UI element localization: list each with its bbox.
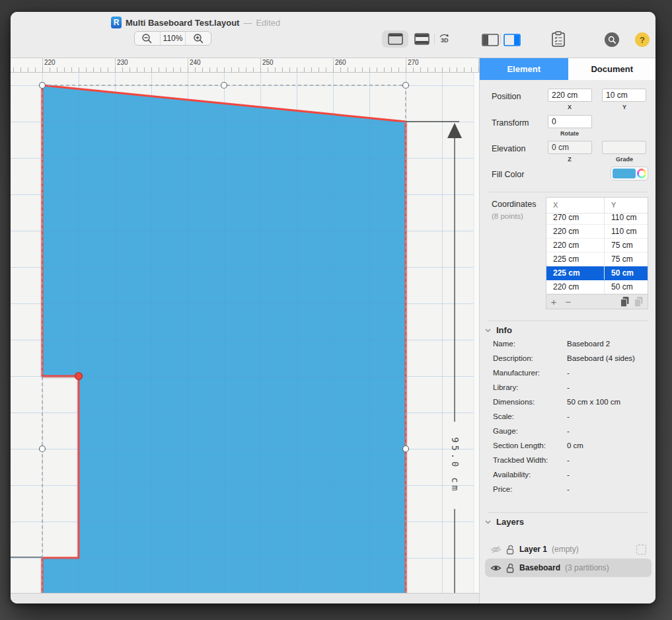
info-row: Name:Baseboard 2 — [493, 340, 645, 348]
canvas-scrollbar[interactable] — [474, 73, 479, 593]
horizontal-scrollbar-track[interactable] — [11, 593, 479, 603]
layers-section-header[interactable]: Layers — [485, 517, 524, 527]
fill-color-well[interactable] — [611, 167, 648, 180]
info-section-header[interactable]: Info — [485, 325, 512, 335]
layer-row-layer1[interactable]: Layer 1 (empty) — [485, 540, 652, 559]
handle-top-left[interactable] — [40, 83, 46, 89]
coordinate-row[interactable]: 220 cm75 cm — [546, 239, 648, 252]
magnifier-minus-icon — [141, 33, 153, 44]
coordinates-count: (8 points) — [492, 212, 523, 220]
magnifier-plus-icon — [193, 33, 204, 44]
coordinate-cell[interactable]: 110 cm — [605, 213, 636, 224]
layer-frame-icon[interactable] — [636, 545, 646, 555]
chevron-down-icon — [485, 329, 491, 332]
layer-note: (3 partitions) — [565, 563, 609, 572]
grade-field[interactable] — [602, 141, 646, 154]
position-label: Position — [492, 92, 521, 101]
coordinate-cell[interactable]: 110 cm — [605, 225, 636, 238]
layout-canvas[interactable]: 220230240250260270 — [11, 58, 479, 603]
layout-single-view-button[interactable] — [387, 33, 403, 45]
three-d-icon: 3D — [437, 32, 451, 46]
coordinate-row[interactable]: 270 cm110 cm — [546, 213, 648, 225]
coordinate-cell[interactable]: 225 cm — [546, 266, 605, 280]
canvas-grid — [11, 73, 479, 593]
layout-split-view-button[interactable] — [414, 33, 429, 45]
question-mark-icon: ? — [635, 32, 650, 47]
coordinates-table: X Y 270 cm110 cm220 cm110 cm220 cm75 cm2… — [546, 197, 648, 309]
ruler-tick-label: 220 — [44, 59, 56, 66]
coordinate-row[interactable]: 220 cm110 cm — [546, 225, 648, 239]
coordinate-cell[interactable]: 220 cm — [546, 225, 605, 238]
three-d-view-button[interactable]: 3D — [437, 32, 451, 46]
column-header-y[interactable]: Y — [605, 198, 616, 213]
search-button[interactable] — [605, 32, 619, 47]
document-title: Multi Baseboard Test.layout — [126, 18, 239, 28]
info-row: Availability:- — [493, 471, 645, 479]
ruler-minor-ticks — [11, 67, 479, 72]
info-row: Dimensions:50 cm x 100 cm — [493, 398, 645, 406]
zoom-level[interactable]: 110% — [160, 32, 186, 45]
info-row: Trackbed Width:- — [493, 456, 645, 464]
chevron-down-icon — [485, 520, 491, 524]
coordinate-row[interactable]: 225 cm75 cm — [546, 252, 648, 266]
rotate-field[interactable]: 0 — [548, 115, 592, 128]
coordinates-table-footer: + − — [546, 294, 648, 309]
tab-document[interactable]: Document — [568, 58, 656, 80]
svg-text:3D: 3D — [441, 37, 449, 44]
layer-row-baseboard[interactable]: Baseboard (3 partitions) — [485, 559, 652, 577]
selected-vertex-handle[interactable] — [75, 373, 83, 380]
position-x-field[interactable]: 220 cm — [548, 89, 592, 102]
y-axis-label: Y — [622, 104, 626, 110]
remove-point-button[interactable]: − — [561, 297, 576, 307]
coordinate-row[interactable]: 225 cm50 cm — [546, 266, 648, 280]
transform-label: Transform — [492, 118, 529, 128]
coordinate-cell[interactable]: 220 cm — [546, 239, 605, 252]
titlebar-toolbar: R Multi Baseboard Test.layout — Edited 1… — [11, 12, 655, 58]
drawing-area[interactable]: 95.0 cm — [11, 73, 479, 593]
screenshot-stage: { "titlebar": { "app_icon_glyph": "R", "… — [0, 0, 672, 620]
eye-hidden-icon[interactable] — [490, 545, 502, 554]
coordinate-cell[interactable]: 50 cm — [605, 266, 634, 280]
grade-label: Grade — [616, 156, 633, 163]
lock-open-icon[interactable] — [506, 563, 515, 573]
handle-middle-left[interactable] — [40, 446, 46, 452]
section-divider — [488, 512, 648, 513]
handle-middle-right[interactable] — [403, 446, 409, 452]
toggle-left-sidebar-button[interactable] — [481, 33, 499, 46]
paste-points-icon[interactable] — [634, 296, 644, 307]
left-sidebar-icon — [482, 34, 499, 46]
copy-points-icon[interactable] — [620, 296, 630, 307]
ruler-tick-label: 230 — [117, 59, 128, 66]
position-y-field[interactable]: 10 cm — [602, 89, 646, 102]
add-point-button[interactable]: + — [546, 297, 561, 307]
info-row: Manufacturer:- — [493, 369, 645, 377]
coordinate-cell[interactable]: 270 cm — [546, 213, 605, 224]
parts-button[interactable] — [550, 30, 566, 48]
ruler-tick-label: 240 — [190, 59, 201, 66]
elevation-z-field[interactable]: 0 cm — [548, 141, 592, 154]
layers-section-title: Layers — [496, 517, 524, 527]
section-divider — [488, 321, 648, 321]
coordinate-cell[interactable]: 220 cm — [546, 280, 605, 293]
coordinate-row[interactable]: 220 cm50 cm — [546, 280, 648, 294]
color-wheel-icon — [637, 169, 646, 178]
eye-visible-icon[interactable] — [490, 564, 502, 572]
coordinate-cell[interactable]: 75 cm — [605, 252, 633, 266]
section-divider — [488, 192, 648, 192]
zoom-out-button[interactable] — [135, 32, 160, 45]
coordinate-cell[interactable]: 50 cm — [605, 280, 633, 293]
lock-open-icon[interactable] — [506, 545, 515, 555]
toggle-right-sidebar-button[interactable] — [503, 33, 521, 46]
column-header-x[interactable]: X — [546, 198, 605, 213]
coordinate-cell[interactable]: 225 cm — [546, 252, 605, 266]
zoom-in-button[interactable] — [185, 32, 211, 45]
handle-top-right[interactable] — [403, 83, 409, 89]
app-window: R Multi Baseboard Test.layout — Edited 1… — [11, 12, 655, 603]
tips-button[interactable]: ? — [635, 32, 650, 47]
ruler: 220230240250260270 — [11, 58, 479, 73]
coordinate-cell[interactable]: 75 cm — [605, 239, 633, 252]
coordinates-table-body[interactable]: 270 cm110 cm220 cm110 cm220 cm75 cm225 c… — [546, 213, 648, 294]
tab-element[interactable]: Element — [480, 58, 568, 80]
info-row: Library:- — [493, 383, 645, 391]
handle-top-middle[interactable] — [221, 83, 227, 89]
